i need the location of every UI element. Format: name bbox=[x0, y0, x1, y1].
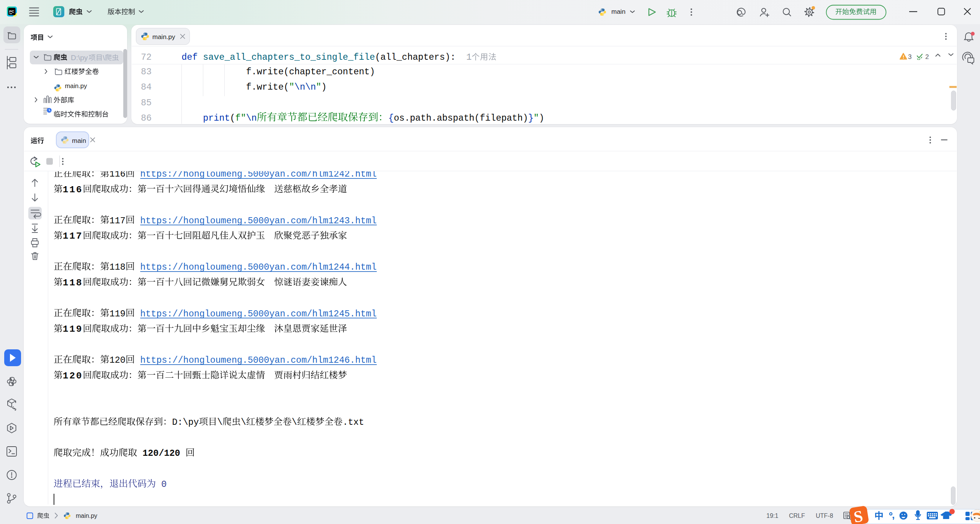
svg-text:main.py: main.py bbox=[65, 82, 88, 89]
svg-text:}: } bbox=[528, 113, 534, 123]
svg-text:0: 0 bbox=[161, 480, 167, 490]
svg-text:D:\py: D:\py bbox=[71, 54, 88, 62]
svg-text:CRLF: CRLF bbox=[789, 513, 805, 519]
svg-text:print: print bbox=[203, 113, 230, 123]
svg-text:(all_chapters):: (all_chapters): bbox=[375, 52, 456, 62]
svg-text:https://hongloumeng.5000yan.co: https://hongloumeng.5000yan.com/hlm1243.… bbox=[140, 216, 377, 226]
svg-text:\: \ bbox=[292, 418, 297, 427]
svg-text:1: 1 bbox=[466, 52, 472, 62]
svg-text:120/120: 120/120 bbox=[142, 449, 180, 458]
svg-text:): ) bbox=[321, 82, 327, 92]
svg-text:": " bbox=[316, 82, 321, 92]
svg-text:83: 83 bbox=[141, 67, 152, 77]
svg-text:\n: \n bbox=[246, 113, 257, 123]
svg-text:86: 86 bbox=[141, 113, 152, 123]
svg-text:main: main bbox=[611, 8, 626, 15]
svg-text:118: 118 bbox=[63, 278, 83, 288]
svg-text:PC: PC bbox=[9, 9, 14, 13]
svg-text:118: 118 bbox=[109, 262, 126, 272]
svg-text:\: \ bbox=[103, 54, 105, 62]
svg-text:117: 117 bbox=[109, 216, 126, 226]
svg-text:120: 120 bbox=[109, 355, 126, 365]
svg-text:2: 2 bbox=[925, 53, 929, 61]
svg-text:\: \ bbox=[241, 418, 246, 427]
svg-text:72: 72 bbox=[141, 52, 152, 62]
svg-text:119: 119 bbox=[63, 324, 83, 334]
svg-text:.txt: .txt bbox=[343, 418, 364, 427]
svg-text:save_all_chapters_to_single_fi: save_all_chapters_to_single_file bbox=[203, 52, 375, 62]
svg-text:": " bbox=[534, 113, 539, 123]
svg-text:D:\py: D:\py bbox=[172, 418, 199, 427]
svg-text:120: 120 bbox=[63, 371, 83, 381]
svg-text:": " bbox=[289, 82, 294, 92]
svg-text:UTF-8: UTF-8 bbox=[816, 513, 833, 519]
svg-text:https://hongloumeng.5000yan.co: https://hongloumeng.5000yan.com/hlm1244.… bbox=[140, 262, 377, 272]
svg-text:19:1: 19:1 bbox=[766, 513, 778, 519]
svg-text:119: 119 bbox=[109, 309, 126, 319]
svg-text:117: 117 bbox=[63, 231, 83, 241]
svg-text:{: { bbox=[389, 113, 394, 123]
svg-text:https://hongloumeng.5000yan.co: https://hongloumeng.5000yan.com/hlm1245.… bbox=[140, 309, 377, 319]
svg-text:main: main bbox=[72, 137, 86, 144]
svg-text:85: 85 bbox=[141, 98, 152, 108]
svg-text:f": f" bbox=[235, 113, 246, 123]
svg-text:84: 84 bbox=[141, 82, 152, 92]
svg-text:116: 116 bbox=[109, 169, 126, 179]
svg-text:116: 116 bbox=[63, 185, 83, 195]
svg-text:): ) bbox=[539, 113, 544, 123]
svg-text:f.write(: f.write( bbox=[246, 82, 289, 92]
svg-text:os.path.abspath(filepath): os.path.abspath(filepath) bbox=[394, 113, 528, 123]
svg-text:main.py: main.py bbox=[76, 513, 97, 519]
svg-text:f.write(chapter_content): f.write(chapter_content) bbox=[246, 67, 375, 77]
svg-text:\: \ bbox=[217, 418, 222, 427]
svg-text:https://hongloumeng.5000yan.co: https://hongloumeng.5000yan.com/hlm1242.… bbox=[140, 169, 377, 179]
svg-text:https://hongloumeng.5000yan.co: https://hongloumeng.5000yan.com/hlm1246.… bbox=[140, 355, 377, 365]
svg-text:(: ( bbox=[230, 113, 235, 123]
svg-text:main.py: main.py bbox=[152, 33, 175, 41]
svg-text:3: 3 bbox=[908, 53, 911, 61]
svg-text:\n\n: \n\n bbox=[294, 82, 316, 92]
svg-text:def: def bbox=[181, 52, 198, 62]
svg-text:,: , bbox=[892, 509, 895, 521]
